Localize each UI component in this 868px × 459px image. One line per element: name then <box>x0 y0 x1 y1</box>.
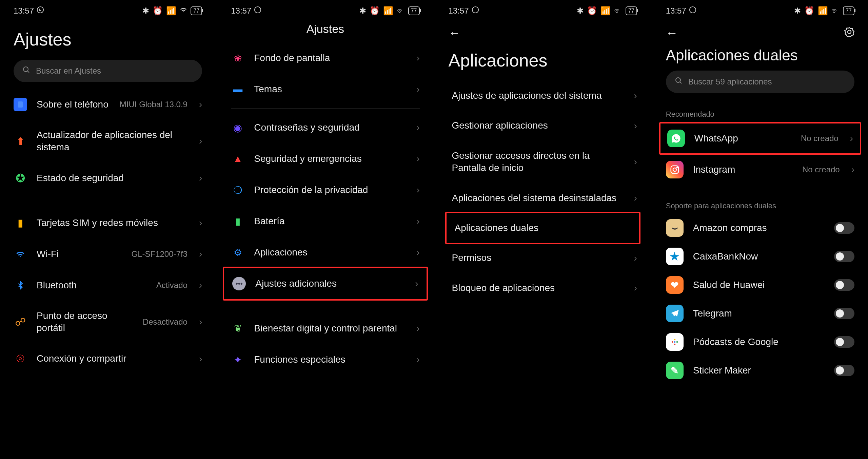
row-system-updater[interactable]: ⬆ Actualizador de aplicaciones del siste… <box>0 120 216 162</box>
toggle[interactable] <box>834 251 854 262</box>
row-value: No creado <box>802 165 840 174</box>
back-icon[interactable]: ← <box>449 26 461 40</box>
chevron-right-icon: › <box>634 120 637 131</box>
row-wallpaper[interactable]: ❀ Fondo de pantalla › <box>217 42 433 74</box>
signal-icon: 📶 <box>818 6 828 16</box>
wallpaper-icon: ❀ <box>231 51 244 65</box>
svg-point-15 <box>671 341 673 343</box>
svg-point-6 <box>690 7 696 13</box>
row-passwords[interactable]: ◉ Contraseñas y seguridad › <box>217 112 433 143</box>
row-battery[interactable]: ▮ Batería › <box>217 206 433 237</box>
toggle[interactable] <box>834 336 854 348</box>
row-label: Actualizador de aplicaciones del sistema <box>37 129 190 154</box>
whatsapp-icon <box>37 6 44 16</box>
row-telegram[interactable]: Telegram <box>652 299 868 328</box>
chevron-right-icon: › <box>416 247 419 258</box>
row-privacy[interactable]: ❍ Protección de la privacidad › <box>217 174 433 206</box>
svg-rect-3 <box>18 101 23 108</box>
row-value: No creado <box>801 134 839 143</box>
hotspot-icon: ☍ <box>14 315 27 329</box>
chevron-right-icon: › <box>199 353 202 364</box>
bluetooth-icon <box>14 279 27 292</box>
row-label: Ajustes adicionales <box>255 278 406 290</box>
alarm-icon: ⏰ <box>370 6 380 16</box>
caixa-app-icon: ★ <box>666 248 684 265</box>
chevron-right-icon: › <box>416 323 419 334</box>
row-whatsapp[interactable]: WhatsApp No creado › <box>659 122 861 155</box>
row-salud[interactable]: ❤ Salud de Huawei <box>652 271 868 299</box>
svg-point-1 <box>23 67 28 72</box>
row-label: Protección de la privacidad <box>254 184 407 196</box>
row-label: Pódcasts de Google <box>693 336 825 348</box>
search-input[interactable]: Buscar en Ajustes <box>14 60 202 82</box>
row-label: WhatsApp <box>694 132 791 145</box>
search-input[interactable]: Buscar 59 aplicaciones <box>666 71 854 93</box>
status-time: 13:57 <box>14 6 34 16</box>
row-additional-settings[interactable]: ••• Ajustes adicionales › <box>223 267 428 301</box>
gear-icon[interactable] <box>844 27 854 39</box>
row-label: Telegram <box>693 307 825 320</box>
row-wellbeing[interactable]: ❦ Bienestar digital y control parental › <box>217 313 433 344</box>
wifi-icon <box>14 247 27 261</box>
row-bluetooth[interactable]: Bluetooth Activado › <box>0 270 216 301</box>
row-hotspot[interactable]: ☍ Punto de acceso portátil Desactivado › <box>0 301 216 343</box>
row-sticker[interactable]: ✎ Sticker Maker <box>652 356 868 385</box>
toggle[interactable] <box>834 365 854 376</box>
row-app-lock[interactable]: Bloqueo de aplicaciones › <box>435 273 651 303</box>
search-placeholder: Buscar en Ajustes <box>36 66 101 76</box>
row-permissions[interactable]: Permisos › <box>435 243 651 273</box>
wifi-icon <box>180 6 187 16</box>
row-label: Batería <box>254 215 407 227</box>
search-placeholder: Buscar 59 aplicaciones <box>688 77 772 87</box>
toggle[interactable] <box>834 279 854 291</box>
row-wifi[interactable]: Wi-Fi GL-SF1200-7f3 › <box>0 238 216 270</box>
special-icon: ✦ <box>231 353 244 366</box>
row-security-state[interactable]: ✪ Estado de seguridad › <box>0 162 216 194</box>
row-amazon[interactable]: ⌣ Amazon compras <box>652 214 868 242</box>
row-label: Sobre el teléfono <box>37 98 110 111</box>
row-caixa[interactable]: ★ CaixaBankNow <box>652 242 868 271</box>
fingerprint-icon: ◉ <box>231 121 244 134</box>
row-value: Desactivado <box>143 317 188 327</box>
row-special[interactable]: ✦ Funciones especiales › <box>217 344 433 375</box>
status-bar: 13:57 ✱ ⏰ 📶 ᯤ 77 <box>652 0 868 19</box>
row-sim[interactable]: ▮ Tarjetas SIM y redes móviles › <box>0 207 216 238</box>
toggle[interactable] <box>834 222 854 234</box>
row-label: Sticker Maker <box>693 364 825 377</box>
signal-icon: 📶 <box>600 6 611 16</box>
svg-line-2 <box>27 71 29 73</box>
row-manage-apps[interactable]: Gestionar aplicaciones › <box>435 111 651 140</box>
row-system-app-settings[interactable]: Ajustes de aplicaciones del sistema › <box>435 81 651 111</box>
row-emergency[interactable]: ▲ Seguridad y emergencias › <box>217 143 433 174</box>
chevron-right-icon: › <box>634 253 637 264</box>
battery-icon: ▮ <box>231 214 244 228</box>
row-label: Funciones especiales <box>254 353 407 366</box>
row-label: Bluetooth <box>37 279 147 291</box>
svg-point-13 <box>676 167 677 168</box>
sticker-maker-app-icon: ✎ <box>666 362 684 379</box>
row-about-phone[interactable]: Sobre el teléfono MIUI Global 13.0.9 › <box>0 89 216 120</box>
whatsapp-icon <box>254 6 261 16</box>
row-instagram[interactable]: Instagram No creado › <box>652 155 868 185</box>
row-label: Bloqueo de aplicaciones <box>452 282 625 294</box>
alarm-icon: ⏰ <box>804 6 814 16</box>
status-bar: 13:57 ✱ ⏰ 📶 ᯤ 77 <box>217 0 433 19</box>
battery-icon: 77 <box>843 6 854 15</box>
chevron-right-icon: › <box>634 156 637 167</box>
row-dual-apps[interactable]: Aplicaciones duales <box>445 212 640 244</box>
chevron-right-icon: › <box>416 185 419 195</box>
row-themes[interactable]: ▬ Temas › <box>217 74 433 105</box>
screen-ajustes-main: 13:57 ✱ ⏰ 📶 77 Ajustes Buscar en Ajustes… <box>0 0 216 459</box>
row-share[interactable]: ⦾ Conexión y compartir › <box>0 343 216 375</box>
row-uninstalled-system[interactable]: Aplicaciones del sistema desinstaladas › <box>435 183 651 213</box>
toggle[interactable] <box>834 308 854 319</box>
row-apps[interactable]: ⚙ Aplicaciones › <box>217 237 433 268</box>
back-icon[interactable]: ← <box>666 26 678 40</box>
row-podcasts[interactable]: Pódcasts de Google <box>652 328 868 356</box>
wellbeing-icon: ❦ <box>231 322 244 335</box>
svg-point-9 <box>676 78 680 82</box>
chevron-right-icon: › <box>415 278 418 289</box>
row-manage-shortcuts[interactable]: Gestionar accesos directos en la Pantall… <box>435 141 651 183</box>
status-bar: 13:57 ✱ ⏰ 📶 77 <box>0 0 216 19</box>
row-label: Instagram <box>693 164 793 176</box>
